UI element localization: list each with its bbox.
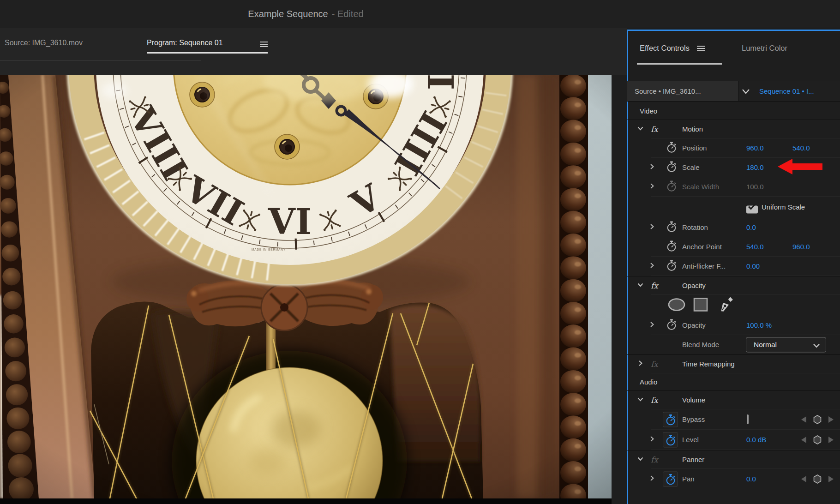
value-position-1[interactable]: 540.0 bbox=[792, 144, 810, 152]
next-keyframe-icon[interactable] bbox=[828, 475, 834, 483]
section-header-label: Audio bbox=[640, 378, 657, 386]
checkbox-bypass[interactable] bbox=[747, 415, 749, 424]
row-anti-flicker-f: Anti-flicker F...0.00 bbox=[627, 257, 840, 276]
tab-divider bbox=[0, 33, 201, 33]
twirl-closed-icon[interactable] bbox=[648, 163, 655, 170]
prev-keyframe-icon[interactable] bbox=[801, 416, 807, 423]
row-anchor-point: Anchor Point540.0960.0 bbox=[627, 237, 840, 257]
pen-tool-icon[interactable] bbox=[718, 296, 734, 313]
value-anti-flicker-f-0[interactable]: 0.00 bbox=[746, 262, 760, 270]
add-keyframe-icon[interactable] bbox=[813, 415, 822, 424]
value-scale-0[interactable]: 180.0 bbox=[746, 163, 764, 172]
sequence-clip-selector[interactable]: Sequence 01 • I... bbox=[738, 81, 840, 101]
twirl-closed-icon[interactable] bbox=[648, 262, 655, 269]
twirl-time-remapping[interactable] bbox=[637, 360, 644, 369]
row-blend-mode: Blend Mode Normal bbox=[627, 335, 840, 354]
rect-mask-button[interactable] bbox=[693, 297, 708, 314]
add-keyframe-icon[interactable] bbox=[813, 435, 822, 444]
fx-badge-time-remapping[interactable]: fx bbox=[651, 360, 658, 369]
twirl-closed-icon[interactable] bbox=[637, 360, 644, 367]
twirl-volume[interactable] bbox=[637, 396, 644, 405]
twirl-rotation[interactable] bbox=[648, 223, 655, 232]
stopwatch-bypass[interactable] bbox=[663, 412, 678, 427]
twirl-open-icon[interactable] bbox=[637, 396, 644, 403]
twirl-motion[interactable] bbox=[637, 125, 644, 134]
row-uniform-scale: Uniform Scale bbox=[627, 197, 840, 218]
stopwatch-icon[interactable] bbox=[666, 318, 678, 330]
value-scale-width-0: 100.0 bbox=[746, 183, 764, 191]
tab-source-monitor[interactable]: Source: IMG_3610.mov bbox=[5, 39, 83, 47]
fx-badge-motion[interactable]: fx bbox=[651, 125, 658, 134]
stopwatch-icon[interactable] bbox=[665, 434, 677, 446]
stopwatch-icon[interactable] bbox=[665, 414, 677, 426]
twirl-closed-icon[interactable] bbox=[648, 475, 655, 482]
keyframe-nav bbox=[801, 415, 834, 424]
checkbox-uniform-scale[interactable] bbox=[746, 201, 758, 214]
stopwatch-icon[interactable] bbox=[666, 180, 678, 192]
stopwatch-icon[interactable] bbox=[665, 473, 677, 485]
fx-badge-volume[interactable]: fx bbox=[651, 396, 658, 405]
stopwatch-scale-width[interactable] bbox=[666, 180, 678, 194]
stopwatch-level[interactable] bbox=[663, 432, 678, 448]
next-keyframe-icon[interactable] bbox=[828, 416, 834, 423]
twirl-open-icon[interactable] bbox=[637, 125, 644, 132]
fx-badge-opacity[interactable]: fx bbox=[651, 281, 658, 290]
twirl-pan[interactable] bbox=[648, 475, 655, 484]
twirl-panner[interactable] bbox=[637, 456, 644, 464]
twirl-anti-flicker-f[interactable] bbox=[648, 262, 655, 271]
stopwatch-opacity[interactable] bbox=[666, 318, 678, 332]
ellipse-mask-button[interactable] bbox=[667, 297, 686, 314]
twirl-opacity[interactable] bbox=[637, 282, 644, 290]
twirl-closed-icon[interactable] bbox=[648, 436, 655, 443]
stopwatch-scale[interactable] bbox=[666, 161, 678, 174]
stopwatch-icon[interactable] bbox=[666, 259, 678, 271]
twirl-open-icon[interactable] bbox=[637, 282, 644, 288]
value-position-0[interactable]: 960.0 bbox=[746, 144, 764, 152]
tab-lumetri-color[interactable]: Lumetri Color bbox=[742, 44, 787, 53]
twirl-closed-icon[interactable] bbox=[648, 223, 655, 230]
stopwatch-anti-flicker-f[interactable] bbox=[666, 259, 678, 273]
value-pan-0[interactable]: 0.0 bbox=[746, 475, 756, 483]
twirl-level[interactable] bbox=[648, 436, 655, 444]
row-volume: fxVolume bbox=[627, 391, 840, 409]
prev-keyframe-icon[interactable] bbox=[801, 436, 807, 444]
program-monitor-video[interactable]: IIIIIIIVVIVIIVIII bbox=[0, 75, 612, 498]
fx-badge-panner[interactable]: fx bbox=[651, 455, 658, 464]
twirl-scale-width[interactable] bbox=[648, 183, 655, 192]
pen-mask-button[interactable] bbox=[718, 296, 734, 315]
tab-program-monitor[interactable]: Program: Sequence 01 bbox=[147, 39, 223, 47]
stopwatch-icon[interactable] bbox=[666, 141, 678, 153]
value-level-0[interactable]: 0.0 dB bbox=[746, 436, 766, 444]
panel-menu-icon[interactable] bbox=[697, 44, 705, 53]
source-clip-selector[interactable]: Source • IMG_3610... bbox=[627, 81, 738, 101]
blend-mode-select[interactable]: Normal bbox=[746, 337, 826, 353]
prev-keyframe-icon[interactable] bbox=[801, 475, 807, 483]
twirl-closed-icon[interactable] bbox=[648, 183, 655, 190]
stopwatch-position[interactable] bbox=[666, 141, 678, 155]
stopwatch-rotation[interactable] bbox=[666, 221, 678, 234]
stopwatch-icon[interactable] bbox=[666, 221, 678, 233]
tab-effect-controls[interactable]: Effect Controls bbox=[640, 44, 705, 53]
chevron-down-icon bbox=[813, 343, 820, 348]
value-anchor-point-0[interactable]: 540.0 bbox=[746, 243, 764, 251]
stopwatch-icon[interactable] bbox=[666, 240, 678, 252]
property-label: Anchor Point bbox=[682, 243, 722, 251]
twirl-open-icon[interactable] bbox=[637, 456, 644, 462]
value-anchor-point-1[interactable]: 960.0 bbox=[792, 243, 810, 251]
stopwatch-anchor-point[interactable] bbox=[666, 240, 678, 254]
twirl-opacity[interactable] bbox=[648, 321, 655, 330]
value-rotation-0[interactable]: 0.0 bbox=[746, 223, 756, 232]
twirl-closed-icon[interactable] bbox=[648, 321, 655, 328]
next-keyframe-icon[interactable] bbox=[828, 436, 834, 444]
twirl-scale[interactable] bbox=[648, 163, 655, 172]
value-opacity-0[interactable]: 100.0 % bbox=[746, 321, 772, 330]
keyframe-nav-bypass bbox=[801, 415, 834, 424]
stopwatch-pan[interactable] bbox=[663, 472, 678, 487]
ellipse-mask-icon[interactable] bbox=[667, 297, 686, 312]
rect-mask-icon[interactable] bbox=[693, 297, 708, 312]
stopwatch-icon[interactable] bbox=[666, 161, 678, 173]
panel-menu-icon[interactable] bbox=[260, 40, 268, 48]
title-bar: Example Sequence - Edited bbox=[0, 0, 840, 28]
add-keyframe-icon[interactable] bbox=[813, 474, 822, 484]
property-label: Rotation bbox=[682, 223, 708, 232]
